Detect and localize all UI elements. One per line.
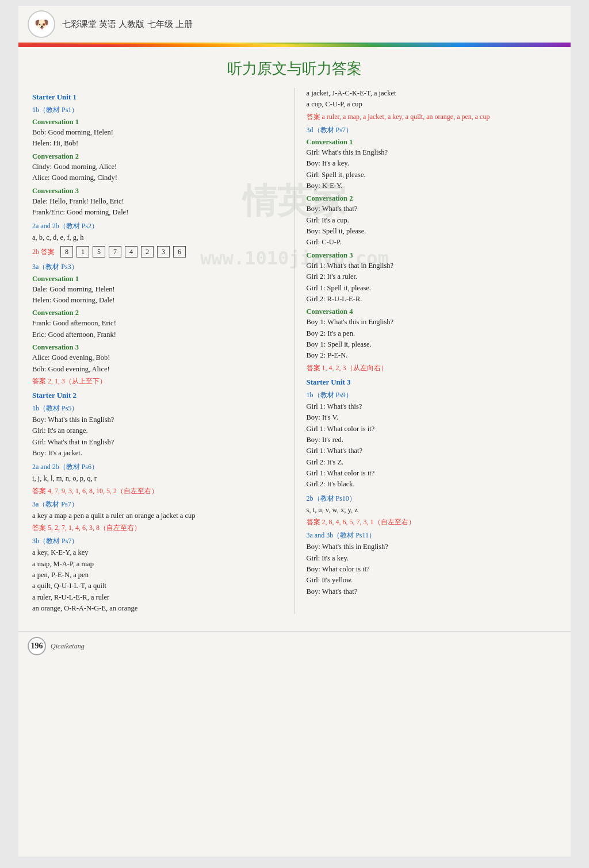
text-line: Dale: Hello, Frank! Hello, Eric! bbox=[32, 196, 283, 207]
text-line: a pen, P-E-N, a pen bbox=[32, 570, 283, 581]
text-line: Girl 1: Spell it, please. bbox=[307, 283, 557, 294]
right-column: a jacket, J-A-C-K-E-T, a jacketa cup, C-… bbox=[307, 88, 557, 614]
conversation-header: Conversation 2 bbox=[32, 309, 283, 317]
logo-icon: 🐶 bbox=[35, 17, 49, 31]
text-line: Boy: It's a jacket. bbox=[32, 448, 283, 459]
text-line: Girl 1: What color is it? bbox=[307, 424, 557, 435]
text-line: a key, K-E-Y, a key bbox=[32, 547, 283, 558]
answer-box: 1 bbox=[77, 246, 89, 258]
text-line: Girl: Spell it, please. bbox=[307, 170, 557, 180]
text-line: Boy: It's a key. bbox=[307, 158, 557, 169]
text-line: an orange, O-R-A-N-G-E, an orange bbox=[32, 603, 283, 614]
text-line: Cindy: Good morning, Alice! bbox=[32, 162, 283, 172]
answer-box: 6 bbox=[173, 246, 186, 258]
text-line: Boy: What's this in English? bbox=[307, 541, 557, 552]
brand-text: Qicaiketang bbox=[51, 642, 85, 651]
text-line: a, b, c, d, e, f, g, h bbox=[32, 232, 283, 243]
section-label: 2b（教材 Ps10） bbox=[307, 494, 557, 504]
text-line: Girl 1: What's that in English? bbox=[307, 260, 557, 271]
text-line: i, j, k, l, m, n, o, p, q, r bbox=[32, 473, 283, 484]
text-line: Boy 2: It's a pen. bbox=[307, 328, 557, 339]
section-label: 1b（教材 Ps1） bbox=[32, 105, 283, 115]
text-line: a ruler, R-U-L-E-R, a ruler bbox=[32, 592, 283, 603]
text-line: Boy: It's V. bbox=[307, 412, 557, 423]
section-label: 1b（教材 Ps5） bbox=[32, 404, 283, 413]
text-line: Helen: Good morning, Dale! bbox=[32, 295, 283, 306]
text-line: Boy: K-E-Y. bbox=[307, 180, 557, 191]
page: 🐶 七彩课堂 英语 人教版 七年级 上册 听力原文与听力答案 情英家 www.1… bbox=[18, 6, 571, 857]
answer-line: 答案 4, 7, 9, 3, 1, 6, 8, 10, 5, 2（自左至右） bbox=[32, 486, 283, 496]
text-line: Alice: Good morning, Cindy! bbox=[32, 172, 283, 183]
text-line: a quilt, Q-U-I-L-T, a quilt bbox=[32, 581, 283, 592]
section-label: 3a（教材 Ps3） bbox=[32, 262, 283, 272]
section-label: 3d（教材 Ps7） bbox=[307, 125, 557, 135]
section-label: 3a and 3b（教材 Ps11） bbox=[307, 531, 557, 540]
logo: 🐶 bbox=[28, 10, 55, 38]
conversation-header: Conversation 1 bbox=[32, 275, 283, 283]
text-line: Boy: What's this in English? bbox=[32, 414, 283, 425]
answer-box: 7 bbox=[109, 246, 121, 258]
text-line: Girl: C-U-P. bbox=[307, 237, 557, 248]
answer-box: 8 bbox=[60, 246, 73, 258]
text-line: Girl: It's yellow. bbox=[307, 575, 557, 586]
text-line: Girl 1: What's this? bbox=[307, 401, 557, 412]
section-label: 2a and 2b（教材 Ps2） bbox=[32, 221, 283, 231]
text-line: a jacket, J-A-C-K-E-T, a jacket bbox=[307, 88, 557, 99]
answer-boxes-label: 2b 答案 bbox=[32, 247, 55, 257]
section-label: 2a and 2b（教材 Ps6） bbox=[32, 462, 283, 472]
answer-line: 答案 1, 4, 2, 3（从左向右） bbox=[307, 363, 557, 373]
text-line: Dale: Good morning, Helen! bbox=[32, 284, 283, 295]
text-line: Girl 2: It's Z. bbox=[307, 457, 557, 468]
unit-header: Starter Unit 2 bbox=[32, 391, 283, 400]
text-line: Bob: Good morning, Helen! bbox=[32, 127, 283, 138]
text-line: Alice: Good evening, Bob! bbox=[32, 352, 283, 363]
section-label: 3b（教材 Ps7） bbox=[32, 536, 283, 546]
text-line: Boy: What's that? bbox=[307, 586, 557, 597]
text-line: Frank: Good afternoon, Eric! bbox=[32, 318, 283, 329]
conversation-header: Conversation 3 bbox=[32, 187, 283, 195]
unit-header: Starter Unit 3 bbox=[307, 378, 557, 387]
text-line: Boy: What color is it? bbox=[307, 564, 557, 575]
answer-line: 答案 2, 1, 3（从上至下） bbox=[32, 377, 283, 386]
left-column: Starter Unit 11b（教材 Ps1）Conversation 1Bo… bbox=[32, 88, 283, 614]
text-line: Girl 2: It's a ruler. bbox=[307, 271, 557, 282]
text-line: Girl: It's a key. bbox=[307, 553, 557, 564]
text-line: Girl 2: It's black. bbox=[307, 479, 557, 490]
answer-boxes-row: 2b 答案81574236 bbox=[32, 245, 283, 259]
answer-box: 2 bbox=[141, 246, 154, 258]
conversation-header: Conversation 3 bbox=[32, 343, 283, 352]
text-line: Boy: It's red. bbox=[307, 435, 557, 445]
text-line: Boy 1: Spell it, please. bbox=[307, 339, 557, 350]
answer-line: 答案 2, 8, 4, 6, 5, 7, 3, 1（自左至右） bbox=[307, 517, 557, 527]
text-line: a key a map a pen a quilt a ruler an ora… bbox=[32, 510, 283, 521]
text-line: a map, M-A-P, a map bbox=[32, 559, 283, 570]
answer-line: 答案 5, 2, 7, 1, 4, 6, 3, 8（自左至右） bbox=[32, 523, 283, 533]
text-line: Girl 1: What color is it? bbox=[307, 468, 557, 479]
text-line: Boy: What's that? bbox=[307, 203, 557, 214]
text-line: Girl 2: R-U-L-E-R. bbox=[307, 294, 557, 305]
conversation-header: Conversation 3 bbox=[307, 251, 557, 260]
text-line: Eric: Good afternoon, Frank! bbox=[32, 329, 283, 340]
page-number: 196 bbox=[28, 637, 46, 655]
page-title: 听力原文与听力答案 bbox=[18, 47, 571, 88]
conversation-header: Conversation 2 bbox=[307, 194, 557, 203]
conversation-header: Conversation 1 bbox=[32, 118, 283, 126]
content-area: Starter Unit 11b（教材 Ps1）Conversation 1Bo… bbox=[18, 88, 571, 625]
text-line: s, t, u, v, w, x, y, z bbox=[307, 505, 557, 516]
conversation-header: Conversation 2 bbox=[32, 152, 283, 161]
unit-header: Starter Unit 1 bbox=[32, 93, 283, 102]
answer-box: 4 bbox=[125, 246, 137, 258]
answer-box: 5 bbox=[93, 246, 105, 258]
text-line: Bob: Good evening, Alice! bbox=[32, 364, 283, 375]
answer-line: 答案 a ruler, a map, a jacket, a key, a qu… bbox=[307, 112, 557, 122]
section-label: 1b（教材 Ps9） bbox=[307, 390, 557, 400]
answer-box: 3 bbox=[157, 246, 170, 258]
page-footer: 196 Qicaiketang bbox=[18, 631, 571, 660]
divider bbox=[294, 88, 295, 614]
text-line: Boy: Spell it, please. bbox=[307, 226, 557, 237]
text-line: Helen: Hi, Bob! bbox=[32, 138, 283, 149]
text-line: a cup, C-U-P, a cup bbox=[307, 99, 557, 110]
text-line: Girl: What's this in English? bbox=[307, 147, 557, 158]
text-line: Girl: It's a cup. bbox=[307, 215, 557, 226]
text-line: Girl 1: What's that? bbox=[307, 445, 557, 456]
